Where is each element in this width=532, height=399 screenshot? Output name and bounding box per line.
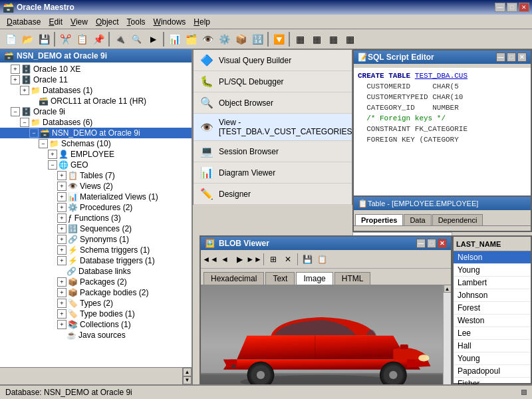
quick-session[interactable]: 💻 Session Browser	[194, 141, 352, 162]
toolbar-seq[interactable]: 🔢	[249, 31, 265, 47]
sql-max-btn[interactable]: □	[507, 53, 516, 62]
toolbar-grid4[interactable]: ▦	[342, 31, 358, 47]
expand-type-bodies[interactable]: +	[57, 309, 66, 319]
expand-nsn-demo[interactable]: −	[29, 128, 39, 138]
tree-item-synonyms[interactable]: + 🔗 Synonyms (1)	[0, 234, 192, 245]
menu-tools[interactable]: Tools	[123, 16, 150, 28]
toolbar-db-query[interactable]: 🔍	[128, 31, 144, 47]
expand-schema-triggers[interactable]: +	[57, 245, 66, 255]
blob-del-btn[interactable]: ✕	[281, 253, 295, 266]
tree-item-oracle10xe[interactable]: + 🗄️ Oracle 10 XE	[0, 64, 192, 74]
sql-min-btn[interactable]: —	[496, 53, 505, 62]
tree-item-schema-triggers[interactable]: + ⚡ Schema triggers (1)	[0, 245, 192, 255]
window-controls[interactable]: — □ ✕	[495, 3, 529, 12]
menu-object[interactable]: Object	[92, 16, 123, 28]
expand-databases6[interactable]: −	[20, 118, 29, 127]
tree-item-sequences[interactable]: + 🔢 Sequences (2)	[0, 223, 192, 234]
menu-edit[interactable]: Edit	[45, 16, 66, 28]
quick-plsql-debug[interactable]: 🐛 PL/SQL Debugger	[194, 71, 352, 92]
menu-database[interactable]: Database	[3, 16, 45, 28]
sql-editor-controls[interactable]: — □ ✕	[496, 53, 527, 62]
expand-tables[interactable]: +	[57, 171, 66, 180]
blob-grid-btn[interactable]: ⊞	[267, 253, 280, 266]
expand-packages[interactable]: +	[57, 277, 66, 287]
tree-scroll-bar[interactable]: ▲ ▼	[0, 367, 192, 384]
tree-item-databases6[interactable]: − 📁 Databases (6)	[0, 117, 192, 128]
toolbar-copy[interactable]: 📋	[74, 31, 90, 47]
scroll-up[interactable]: ▲	[183, 368, 192, 376]
tree-item-matviews[interactable]: + 📊 Materialized Views (1)	[0, 192, 192, 202]
tree-item-collections[interactable]: + 📚 Collections (1)	[0, 319, 192, 330]
quick-designer[interactable]: ✏️ Designer	[194, 184, 352, 205]
quick-visual-query[interactable]: 🔷 Visual Query Builder	[194, 50, 352, 71]
toolbar-view[interactable]: 👁️	[200, 31, 215, 47]
menu-view[interactable]: View	[66, 16, 92, 28]
expand-matviews[interactable]: +	[57, 192, 66, 201]
expand-oracle9i[interactable]: −	[11, 107, 20, 116]
tree-item-views[interactable]: + 👁️ Views (2)	[0, 181, 192, 192]
toolbar-filter[interactable]: 🔽	[271, 31, 287, 47]
toolbar-paste[interactable]: 📌	[90, 31, 106, 47]
expand-types[interactable]: +	[57, 299, 66, 308]
expand-views[interactable]: +	[57, 182, 66, 191]
blob-prev-btn[interactable]: ◄	[218, 253, 231, 266]
toolbar-save[interactable]: 💾	[36, 31, 52, 47]
tree-item-tables[interactable]: + 📋 Tables (7)	[0, 170, 192, 181]
data-row-young1[interactable]: Young	[454, 264, 531, 277]
toolbar-new[interactable]: 📄	[3, 31, 19, 47]
tree-item-geo[interactable]: − 🌐 GEO	[0, 160, 192, 170]
blob-scroll-up[interactable]: ▲	[444, 285, 452, 293]
blob-tabs[interactable]: Hexadecimal Text Image HTML	[201, 269, 451, 285]
tree-item-schemas[interactable]: − 📁 Schemas (10)	[0, 138, 192, 149]
blob-play-btn[interactable]: ▶	[233, 253, 246, 266]
tree-item-procedures[interactable]: + ⚙️ Procedures (2)	[0, 202, 192, 213]
tree-item-oracle11[interactable]: + 🗄️ Oracle 11	[0, 74, 192, 85]
expand-sequences[interactable]: +	[57, 224, 66, 233]
data-row-lambert[interactable]: Lambert	[454, 277, 531, 289]
expand-package-bodies[interactable]: +	[57, 288, 66, 297]
toolbar-open[interactable]: 📂	[19, 31, 35, 47]
tab-data[interactable]: Data	[404, 214, 431, 225]
data-row-lee[interactable]: Lee	[454, 327, 531, 340]
scroll-down[interactable]: ▼	[183, 376, 192, 385]
blob-tab-image[interactable]: Image	[296, 272, 332, 285]
data-row-hall[interactable]: Hall	[454, 340, 531, 352]
blob-tab-html[interactable]: HTML	[334, 272, 371, 285]
expand-db-triggers[interactable]: +	[57, 256, 66, 265]
blob-min-btn[interactable]: —	[416, 239, 426, 248]
data-row-forest[interactable]: Forest	[454, 302, 531, 315]
tree-item-types[interactable]: + 🏷️ Types (2)	[0, 298, 192, 309]
tree-item-db-triggers[interactable]: + ⚡ Database triggers (1)	[0, 255, 192, 266]
menu-windows[interactable]: Windows	[150, 16, 190, 28]
tree-item-databases1[interactable]: + 📁 Databases (1)	[0, 85, 192, 96]
quick-view[interactable]: 👁️ View - [TEST_DBA.V_CUST_CATEGORIES	[194, 114, 352, 141]
blob-tab-text[interactable]: Text	[265, 272, 295, 285]
expand-synonyms[interactable]: +	[57, 235, 66, 244]
toolbar-db-connect[interactable]: 🔌	[112, 31, 128, 47]
data-row-papadopoul[interactable]: Papadopoul	[454, 365, 531, 378]
quick-diagram[interactable]: 📊 Diagram Viewer	[194, 162, 352, 184]
blob-close-btn[interactable]: ✕	[438, 239, 447, 248]
data-row-weston[interactable]: Weston	[454, 315, 531, 327]
toolbar-grid2[interactable]: ▦	[309, 31, 325, 47]
menu-help[interactable]: Help	[190, 16, 214, 28]
toolbar-run[interactable]: ▶	[145, 31, 161, 47]
expand-collections[interactable]: +	[57, 320, 66, 329]
tab-properties[interactable]: Properties	[355, 214, 403, 225]
maximize-button[interactable]: □	[507, 3, 517, 12]
data-row-fisher[interactable]: Fisher	[454, 378, 531, 384]
sql-close-btn[interactable]: ✕	[517, 53, 527, 62]
expand-schemas[interactable]: −	[39, 139, 48, 148]
toolbar-index[interactable]: 🗂️	[183, 31, 199, 47]
resize-grip[interactable]	[521, 390, 527, 395]
tree-item-java-sources[interactable]: ☕ Java sources	[0, 330, 192, 340]
blob-first-btn[interactable]: ◄◄	[203, 253, 217, 266]
toolbar-pkg[interactable]: 📦	[233, 31, 249, 47]
tree-item-functions[interactable]: + ƒ Functions (3)	[0, 213, 192, 223]
tree-container[interactable]: + 🗄️ Oracle 10 XE + 🗄️ Oracle 11 + 📁 Dat…	[0, 63, 192, 367]
data-row-nelson[interactable]: Nelson	[454, 251, 531, 264]
toolbar-table[interactable]: 📊	[166, 31, 182, 47]
expand-functions[interactable]: +	[57, 213, 66, 223]
close-button[interactable]: ✕	[519, 3, 529, 12]
tree-item-employee[interactable]: + 👤 EMPLOYEE	[0, 149, 192, 160]
